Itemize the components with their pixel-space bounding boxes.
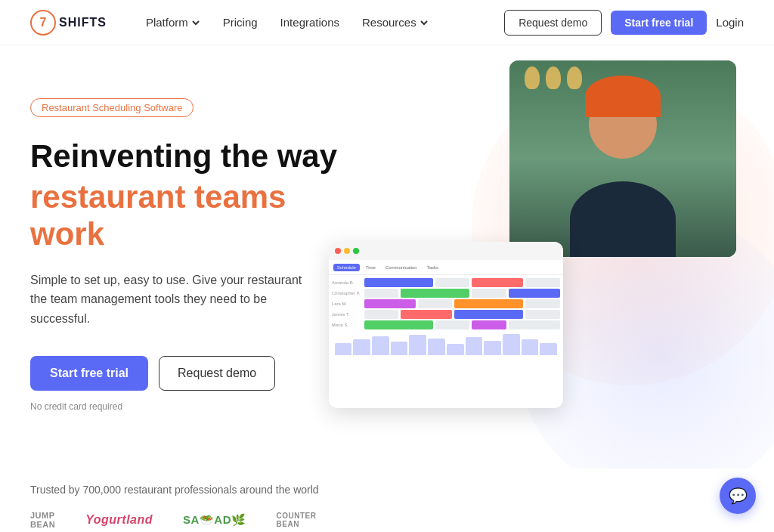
dash-cell-19 xyxy=(472,320,506,329)
nav-links: Platform Pricing Integrations Resources xyxy=(137,10,504,35)
start-trial-button-hero[interactable]: Start free trial xyxy=(30,356,148,391)
dash-cell-16 xyxy=(525,310,559,319)
hero-headline-line1: Reinventing the way xyxy=(30,138,351,175)
dash-tab-time: Time xyxy=(362,264,379,271)
navbar: 7 SHIFTS Platform Pricing Integrations R… xyxy=(0,0,774,45)
dot-yellow xyxy=(344,248,350,254)
nav-pricing[interactable]: Pricing xyxy=(214,10,267,35)
brand-yogurtland: Yogurtland xyxy=(85,513,153,527)
brand-jump-bean: JUMPBEAN xyxy=(30,511,55,529)
logo-circle: 7 xyxy=(30,10,56,36)
dashboard-header xyxy=(329,242,563,260)
person-background xyxy=(509,60,736,257)
bar-6 xyxy=(428,339,445,356)
start-trial-button-nav[interactable]: Start free trial xyxy=(611,11,707,35)
bar-11 xyxy=(522,339,539,355)
dash-cell-20 xyxy=(509,320,560,329)
bar-3 xyxy=(372,336,389,356)
hero-badge: Restaurant Scheduling Software xyxy=(30,98,194,117)
dash-row-1: Amanda B. xyxy=(332,278,560,287)
restaurant-lights xyxy=(525,66,582,89)
nav-integrations[interactable]: Integrations xyxy=(271,10,348,35)
dash-cell-5 xyxy=(364,289,398,298)
bar-10 xyxy=(503,334,520,356)
chat-button[interactable]: 💬 xyxy=(720,478,756,514)
dash-row-2: Christopher P. xyxy=(332,289,560,298)
light-2 xyxy=(546,66,561,89)
dash-cell-9 xyxy=(364,299,416,308)
bar-2 xyxy=(353,339,370,355)
bar-12 xyxy=(540,343,557,356)
brand-counter-bean: COUNTERBEAN xyxy=(277,512,317,528)
chevron-down-icon xyxy=(420,18,429,27)
dash-row-3: Lara M. xyxy=(332,299,560,308)
no-credit-text: No credit card required xyxy=(30,401,351,412)
login-button[interactable]: Login xyxy=(716,16,744,29)
dash-cell-13 xyxy=(364,310,398,319)
hero-right: Schedule Time Communication Tasks Amanda… xyxy=(351,91,744,438)
dash-cell-10 xyxy=(418,299,452,308)
bar-7 xyxy=(447,344,464,355)
hero-person-image xyxy=(509,60,736,257)
hero-left: Restaurant Scheduling Software Reinventi… xyxy=(30,91,351,438)
dash-row-label-4: James T. xyxy=(332,312,362,317)
dash-cell-1 xyxy=(364,278,433,287)
dash-cell-6 xyxy=(401,289,469,298)
dash-row-label-2: Christopher P. xyxy=(332,291,362,295)
hero-buttons: Start free trial Request demo xyxy=(30,356,351,391)
light-1 xyxy=(525,66,540,89)
dashboard-content: Amanda B. Christopher P. Lara M. xyxy=(329,275,563,358)
chat-icon: 💬 xyxy=(729,487,748,505)
logo-link[interactable]: 7 SHIFTS xyxy=(30,10,107,36)
dash-cell-7 xyxy=(472,289,506,298)
dash-tab-schedule: Schedule xyxy=(333,264,360,271)
trusted-text: Trusted by 700,000 restaurant profession… xyxy=(30,484,744,496)
dash-cell-4 xyxy=(525,278,559,287)
nav-platform[interactable]: Platform xyxy=(137,10,209,35)
bar-9 xyxy=(484,341,501,356)
dash-tab-tasks: Tasks xyxy=(423,264,442,271)
bar-8 xyxy=(466,337,483,355)
request-demo-button-hero[interactable]: Request demo xyxy=(159,356,275,391)
dash-cell-14 xyxy=(401,310,452,319)
request-demo-button-nav[interactable]: Request demo xyxy=(504,10,602,36)
dash-row-5: Maria S. xyxy=(332,320,560,329)
light-3 xyxy=(567,66,582,89)
hero-headline-line2: restaurant teams work xyxy=(30,179,351,252)
dash-cell-17 xyxy=(364,320,433,329)
dashboard-preview: Schedule Time Communication Tasks Amanda… xyxy=(329,242,563,408)
dash-row-label-3: Lara M. xyxy=(332,302,362,306)
hero-section: Restaurant Scheduling Software Reinventi… xyxy=(0,45,774,469)
dot-green xyxy=(353,248,359,254)
dash-cell-8 xyxy=(509,289,560,298)
dash-cell-12 xyxy=(525,299,559,308)
person-hat xyxy=(585,76,661,117)
dash-row-label-5: Maria S. xyxy=(332,323,362,327)
logo: 7 SHIFTS xyxy=(30,10,107,36)
chevron-down-icon xyxy=(191,18,200,27)
trusted-section: Trusted by 700,000 restaurant profession… xyxy=(0,469,774,532)
dash-cell-3 xyxy=(472,278,523,287)
dash-row-label-1: Amanda B. xyxy=(332,280,362,285)
dash-cell-11 xyxy=(454,299,523,308)
nav-actions: Request demo Start free trial Login xyxy=(504,10,744,36)
logo-7: 7 xyxy=(40,16,47,29)
bar-5 xyxy=(409,335,426,355)
bar-1 xyxy=(335,343,352,356)
hero-description: Simple to set up, easy to use. Give your… xyxy=(30,271,317,329)
dot-red xyxy=(335,248,341,254)
dash-tab-comm: Communication xyxy=(382,264,421,271)
brand-logos: JUMPBEAN Yogurtland SA🥗AD🌿 COUNTERBEAN xyxy=(30,511,744,529)
dash-chart xyxy=(332,332,560,355)
nav-resources[interactable]: Resources xyxy=(353,10,438,35)
brand-salado: SA🥗AD🌿 xyxy=(183,513,246,527)
dash-cell-2 xyxy=(435,278,469,287)
dash-cell-15 xyxy=(454,310,523,319)
dash-cell-18 xyxy=(435,320,469,329)
person-body xyxy=(570,181,676,257)
bar-4 xyxy=(391,342,408,355)
dashboard-toolbar: Schedule Time Communication Tasks xyxy=(329,260,563,275)
logo-name: SHIFTS xyxy=(59,16,107,29)
dash-row-4: James T. xyxy=(332,310,560,319)
